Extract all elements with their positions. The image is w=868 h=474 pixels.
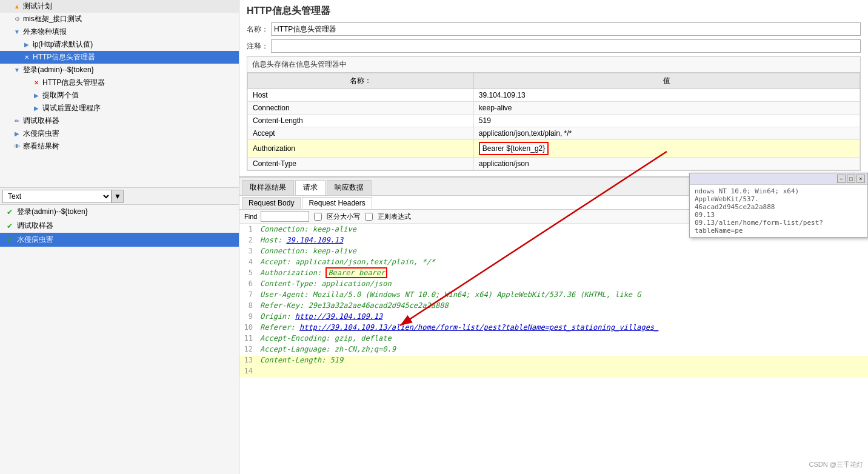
- arrow-icon-fetch: ▶: [32, 91, 41, 101]
- code-line-10: 10Referer: http://39.104.109.13/alien/ho…: [239, 323, 868, 334]
- tree-item-ip[interactable]: ▶ ip(Http请求默认值): [0, 38, 239, 51]
- toolbar: Text ▼: [0, 188, 239, 205]
- list-label-pest2: 水侵病虫害: [17, 235, 53, 245]
- tree-item-debug[interactable]: ▶ 调试后置处理程序: [0, 102, 239, 115]
- header-name-0: Host: [248, 89, 474, 102]
- code-line-9: 9Origin: http://39.104.109.13: [239, 312, 868, 323]
- line-number: 6: [239, 279, 258, 288]
- req-tab-headers[interactable]: Request Headers: [302, 197, 372, 209]
- tree-item-http2[interactable]: ✕ HTTP信息头管理器: [0, 76, 239, 89]
- list-item-sampler2[interactable]: ✔ 调试取样器: [0, 219, 239, 233]
- name-input[interactable]: [271, 22, 861, 36]
- header-manager-title: HTTP信息头管理器: [247, 5, 861, 18]
- code-area: 1Connection: keep-alive2Host: 39.104.109…: [239, 224, 868, 474]
- header-name-2: Content-Length: [248, 115, 474, 127]
- line-text: Accept-Encoding: gzip, deflate: [258, 334, 868, 342]
- tab-sampler-results[interactable]: 取样器结果: [242, 180, 294, 195]
- tree-label-fetch: 提取两个值: [42, 90, 79, 101]
- comment-input[interactable]: [271, 39, 861, 53]
- link[interactable]: http://39.104.109.13: [295, 312, 383, 321]
- line-number: 10: [239, 323, 258, 332]
- gear-icon: ⚙: [12, 15, 22, 24]
- right-panel: HTTP信息头管理器 名称： 注释： 信息头存储在信息头管理器中 名称： 值: [239, 0, 868, 474]
- check-icon-sampler2: ✔: [5, 221, 15, 231]
- code-line-7: 7User-Agent: Mozilla/5.0 (Windows NT 10.…: [239, 290, 868, 301]
- tree-label-ip: ip(Http请求默认值): [33, 39, 93, 50]
- line-number: 13: [239, 356, 258, 364]
- text-select[interactable]: Text: [2, 190, 112, 203]
- tree-label-http2: HTTP信息头管理器: [42, 78, 105, 88]
- dropdown-arrow[interactable]: ▼: [112, 190, 124, 203]
- case-sensitive-label: 区分大小写: [327, 212, 360, 221]
- folder-arrow-icon-wailai: ▼: [12, 27, 22, 37]
- tree-item-plan[interactable]: ▲ 测试计划: [0, 0, 239, 13]
- arrow-icon-debug: ▶: [32, 104, 41, 113]
- case-sensitive-checkbox[interactable]: [314, 213, 322, 221]
- line-number: 8: [239, 301, 258, 310]
- sidebar: ▲ 测试计划 ⚙ mis框架_接口测试 ▼ 外来物种填报 ▶ ip(Http请求…: [0, 0, 239, 474]
- regex-checkbox[interactable]: [365, 213, 373, 221]
- tree-item-http[interactable]: ✕ HTTP信息头管理器: [0, 51, 239, 64]
- link[interactable]: http://39.104.109.13/alien/home/form-lis…: [299, 323, 658, 332]
- header-name-3: Accept: [248, 127, 474, 140]
- code-line-8: 8Refer-Key: 29e13a32a2ae46acad2d945ce2a2…: [239, 301, 868, 312]
- find-input[interactable]: [261, 211, 309, 222]
- code-line-11: 11Accept-Encoding: gzip, deflate: [239, 334, 868, 345]
- list-label-login2: 登录(admin)--${token}: [17, 207, 88, 217]
- check-icon-pest2: ✔: [5, 235, 15, 245]
- tab-response[interactable]: 响应数据: [327, 180, 372, 195]
- line-number: 2: [239, 236, 258, 244]
- close-button[interactable]: ×: [856, 175, 865, 183]
- tab-request[interactable]: 请求: [295, 180, 326, 195]
- tree-item-login[interactable]: ▼ 登录(admin)--${token}: [0, 64, 239, 76]
- header-name-1: Connection: [248, 102, 474, 115]
- tree-label-wailai: 外来物种填报: [23, 27, 67, 37]
- code-line-13: 13Content-Length: 519: [239, 356, 868, 367]
- code-line-5: 5Authorization: Bearer bearer: [239, 269, 868, 279]
- popup-line1: ndows NT 10.0; Win64; x64) AppleWebKit/5…: [695, 187, 863, 203]
- tree-label-pest: 水侵病虫害: [23, 129, 59, 139]
- tree-item-wailai[interactable]: ▼ 外来物种填报: [0, 25, 239, 38]
- line-number: 7: [239, 290, 258, 299]
- code-line-14: 14: [239, 367, 868, 378]
- maximize-button[interactable]: □: [847, 175, 855, 183]
- regex-label: 正则表达式: [378, 212, 411, 221]
- cross-icon-http: ✕: [22, 53, 32, 62]
- list-item-pest2[interactable]: ✔ 水侵病虫害: [0, 233, 239, 247]
- name-label: 名称：: [247, 24, 271, 35]
- cross-icon-http2: ✕: [32, 78, 41, 88]
- tree-item-fetch[interactable]: ▶ 提取两个值: [0, 89, 239, 102]
- arrow-icon-pest: ▶: [12, 129, 22, 139]
- text-dropdown[interactable]: Text ▼: [2, 190, 124, 203]
- line-number: 12: [239, 345, 258, 353]
- line-text: Accept-Language: zh-CN,zh;q=0.9: [258, 345, 868, 353]
- popup-line3: 09.13: [695, 211, 863, 219]
- table-section-title: 信息头存储在信息头管理器中: [247, 57, 860, 73]
- tree-item-sampler[interactable]: ✏ 调试取样器: [0, 115, 239, 127]
- expand-icon-login: ▼: [12, 65, 22, 75]
- watermark: CSDN @三千花灯: [809, 460, 863, 469]
- minimize-button[interactable]: −: [837, 175, 846, 183]
- line-text: User-Agent: Mozilla/5.0 (Windows NT 10.0…: [258, 290, 868, 299]
- tree-item-mis[interactable]: ⚙ mis框架_接口测试: [0, 13, 239, 25]
- header-value-0: 39.104.109.13: [473, 89, 860, 102]
- header-name-4: Authorization: [248, 140, 474, 158]
- bottom-list: ✔ 登录(admin)--${token} ✔ 调试取样器 ✔ 水侵病虫害: [0, 205, 239, 474]
- headers-table: 名称： 值 Host39.104.109.13Connectionkeep-al…: [247, 73, 860, 170]
- tree-label-mis: mis框架_接口测试: [23, 14, 82, 24]
- tree-label-http: HTTP信息头管理器: [33, 52, 95, 62]
- tree-item-view[interactable]: 👁 察看结果树: [0, 140, 239, 153]
- tree-label-debug: 调试后置处理程序: [42, 103, 101, 113]
- tree-label-login: 登录(admin)--${token}: [23, 65, 94, 75]
- header-value-5: application/json: [473, 158, 860, 170]
- list-label-sampler2: 调试取样器: [17, 221, 53, 231]
- tree-label-view: 察看结果树: [23, 141, 59, 152]
- host-link[interactable]: 39.104.109.13: [286, 236, 343, 244]
- tree-item-pest[interactable]: ▶ 水侵病虫害: [0, 127, 239, 140]
- list-item-login2[interactable]: ✔ 登录(admin)--${token}: [0, 205, 239, 219]
- col-header-value: 值: [473, 73, 860, 89]
- req-tab-body[interactable]: Request Body: [242, 197, 301, 209]
- line-text: Connection: keep-alive: [258, 247, 868, 255]
- chevron-down-icon: ▼: [114, 192, 121, 201]
- plan-icon: ▲: [12, 2, 22, 12]
